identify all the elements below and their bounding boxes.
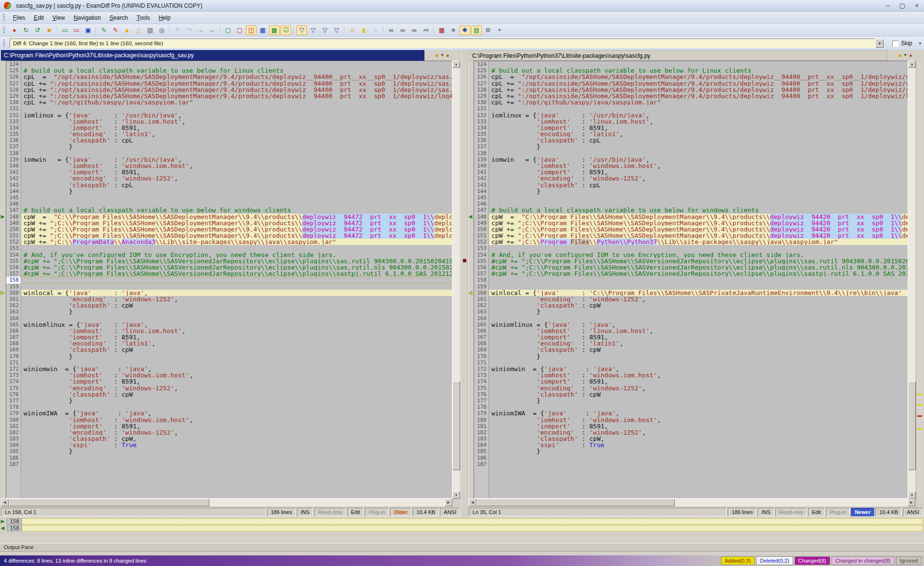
- current-diff-combo[interactable]: Diff 4: Change 1 line (160, first file) …: [10, 39, 875, 48]
- code-text[interactable]: cpL += ":/opt/sasinside/SASHome/SASDeplo…: [489, 93, 908, 99]
- code-text[interactable]: [21, 105, 452, 112]
- statistics-icon[interactable]: ▦: [436, 26, 447, 35]
- code-text[interactable]: winlocal = {'java' : 'java',: [21, 290, 452, 296]
- code-text[interactable]: winiomwin = {'java' : 'java',: [21, 366, 452, 372]
- menu-tools[interactable]: Tools: [132, 13, 154, 23]
- diff-marker-icon[interactable]: ◀: [469, 214, 474, 220]
- code-text[interactable]: [21, 283, 452, 290]
- code-text[interactable]: 'iomhost' : 'linux.iom.host',: [489, 118, 908, 125]
- filter-changed-icon[interactable]: ▽: [331, 26, 342, 35]
- diff-marker-icon[interactable]: ▶: [1, 214, 6, 220]
- find-prev-icon[interactable]: ∞: [409, 26, 420, 35]
- toolbar-gripper[interactable]: [3, 26, 5, 34]
- refresh-icon[interactable]: ↺: [32, 26, 43, 35]
- pane-splitter[interactable]: [460, 50, 469, 506]
- code-text[interactable]: cpL += ":/opt/sasinside/SASHome/SASDeplo…: [489, 87, 908, 93]
- code-text[interactable]: cpW += ";C:\\Program Files\\Python\\Pyth…: [489, 239, 908, 245]
- code-text[interactable]: }: [21, 188, 452, 194]
- layout-second-icon[interactable]: ▢: [234, 26, 245, 35]
- code-text[interactable]: 'iomport' : 8591,: [21, 378, 452, 385]
- code-text[interactable]: 'classpath' : cpW,: [489, 436, 908, 442]
- current-diff-marker-icon[interactable]: ▶: [1, 290, 6, 296]
- second-file-editor[interactable]: 124125# build out a local classpath vari…: [474, 61, 908, 499]
- edit-second-icon[interactable]: ✎: [110, 26, 121, 35]
- code-text[interactable]: # build out a local classpath variable t…: [21, 67, 452, 74]
- code-text[interactable]: [21, 150, 452, 156]
- code-text[interactable]: 'iomport' : 8591,: [489, 125, 908, 131]
- toolbar-gripper[interactable]: [3, 14, 5, 22]
- scroll-left-icon[interactable]: ◀: [469, 499, 476, 506]
- code-text[interactable]: cpL = "/opt/sasinside/SASHome/SASDeploym…: [489, 74, 908, 80]
- layout-first-icon[interactable]: ▢: [223, 26, 233, 35]
- code-text[interactable]: 'classpath' : cpW: [489, 347, 908, 353]
- menu-navigation[interactable]: Navigation: [69, 13, 105, 23]
- code-text[interactable]: 'classpath' : cpW: [489, 302, 908, 309]
- scroll-to-diff-icon[interactable]: ⇩: [370, 26, 381, 35]
- code-text[interactable]: cpL += ":/opt/sasinside/SASHome/SASDeplo…: [21, 93, 452, 99]
- code-text[interactable]: 'sspi' : True: [489, 442, 908, 448]
- folder-icon[interactable]: ■: [435, 53, 438, 58]
- code-text[interactable]: [489, 105, 908, 112]
- diff-map-tick[interactable]: [917, 404, 922, 406]
- first-horizontal-scrollbar[interactable]: ◀ ▶: [1, 499, 452, 506]
- show-first-pane-icon[interactable]: ▭: [60, 26, 70, 35]
- open-icon[interactable]: ■: [44, 26, 54, 35]
- code-text[interactable]: [21, 461, 452, 467]
- code-text[interactable]: 'classpath' : cpL: [21, 182, 452, 188]
- first-file-editor[interactable]: 124125# build out a local classpath vari…: [6, 61, 452, 499]
- show-options-icon[interactable]: ☑: [281, 26, 291, 35]
- code-text[interactable]: [21, 61, 452, 67]
- code-text[interactable]: 'classpath' : cpW: [489, 391, 908, 398]
- line-details-icon[interactable]: ≡: [448, 26, 459, 35]
- code-text[interactable]: [489, 245, 908, 251]
- code-text[interactable]: cpW += ";C:\\Program Files\\SASHome\\SAS…: [489, 226, 908, 232]
- code-text[interactable]: [489, 455, 908, 461]
- code-text[interactable]: [21, 194, 452, 201]
- code-text[interactable]: 'classpath' : cpL: [21, 137, 452, 143]
- second-file-path[interactable]: C:\Program Files\Python\Python37\Lib\sit…: [469, 50, 887, 61]
- code-text[interactable]: }: [21, 353, 452, 360]
- code-text[interactable]: # build out a local classpath variable t…: [489, 67, 908, 74]
- toolbar-overflow-icon[interactable]: ▾: [919, 41, 921, 46]
- code-text[interactable]: }: [21, 143, 452, 150]
- code-text[interactable]: #cpW += ";C:\\Program Files\\SASHome\\SA…: [489, 258, 908, 264]
- code-text[interactable]: 'iomport' : 8591,: [21, 169, 452, 175]
- first-file-path[interactable]: C:\Program Files\Python\Python37\Lib\sit…: [1, 50, 424, 61]
- code-text[interactable]: [21, 245, 452, 251]
- code-text[interactable]: cpL += ":/opt/github/saspy/java/saspyiom…: [489, 99, 908, 105]
- code-text[interactable]: 'iomhost' : 'windows.iom.host',: [21, 417, 452, 423]
- code-text[interactable]: 'classpath' : cpW,: [21, 436, 452, 442]
- code-text[interactable]: }: [21, 309, 452, 315]
- code-text[interactable]: #cpW += ";C:\\Program Files\\SASHome\\SA…: [489, 270, 908, 277]
- edit-first-icon[interactable]: ✎: [99, 26, 109, 35]
- code-text[interactable]: 'encoding' : 'latin1',: [21, 340, 452, 347]
- code-text[interactable]: 'iomport' : 8591,: [489, 423, 908, 429]
- settings-gear-icon[interactable]: ⚙: [483, 26, 493, 35]
- code-text[interactable]: 'encoding' : 'windows-1252',: [489, 175, 908, 181]
- code-text[interactable]: 'sspi' : True: [21, 442, 452, 448]
- code-text[interactable]: [489, 360, 908, 366]
- menu-help[interactable]: Help: [154, 13, 175, 23]
- code-text[interactable]: cpL += ":/opt/github/saspy/java/saspyiom…: [21, 99, 452, 105]
- code-text[interactable]: 'iomhost' : 'windows.iom.host',: [489, 417, 908, 423]
- show-second-pane-icon[interactable]: ▭: [71, 26, 82, 35]
- diff-combo-dropdown-icon[interactable]: ▼: [875, 39, 884, 48]
- code-text[interactable]: }: [21, 448, 452, 454]
- code-text[interactable]: # And, if you've configured IOM to use E…: [489, 252, 908, 258]
- undo-icon[interactable]: ↶: [172, 26, 183, 35]
- code-text[interactable]: 'iomport' : 8591,: [489, 169, 908, 175]
- code-text[interactable]: winlocal = {'java' : 'C:\\Program Files\…: [489, 290, 908, 296]
- code-text[interactable]: }: [21, 398, 452, 404]
- code-text[interactable]: 'iomport' : 8591,: [489, 378, 908, 385]
- code-text[interactable]: # build out a local classpath variable t…: [21, 207, 452, 213]
- code-text[interactable]: #cpW += ";C:\\Program Files\\SASHome\\SA…: [21, 270, 452, 277]
- code-text[interactable]: }: [489, 143, 908, 150]
- code-text[interactable]: }: [489, 309, 908, 315]
- code-text[interactable]: 'encoding' : 'windows-1252',: [21, 296, 452, 302]
- code-text[interactable]: cpL += ":/opt/sasinside/SASHome/SASDeplo…: [21, 80, 452, 87]
- code-text[interactable]: 'iomport' : 8591,: [21, 423, 452, 429]
- find-binoculars-icon[interactable]: ∞: [386, 26, 397, 35]
- filter-added-icon[interactable]: ▽: [308, 26, 319, 35]
- code-text[interactable]: 'encoding' : 'latin1',: [489, 340, 908, 347]
- grid-view-icon[interactable]: ▦: [257, 26, 268, 35]
